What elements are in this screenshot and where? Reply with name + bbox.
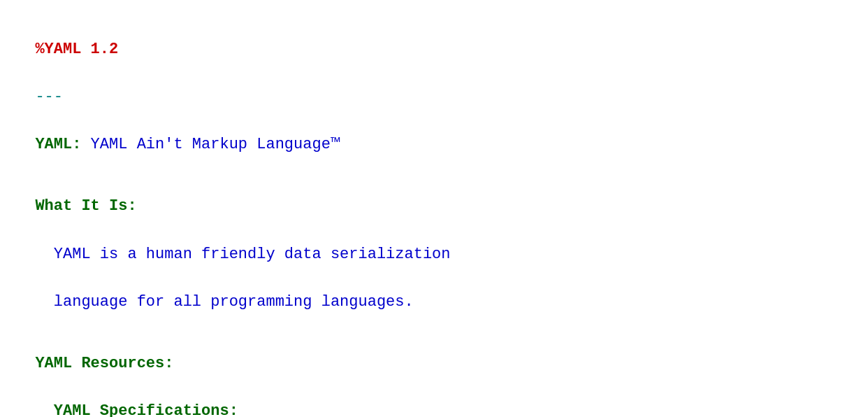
yaml-definition-line: YAML: YAML Ain't Markup Language™ — [17, 109, 851, 157]
yaml-version-text: %YAML 1.2 — [35, 41, 118, 58]
yaml-specifications-label: YAML Specifications: — [35, 402, 238, 417]
what-it-is-text-2: language for all programming languages. — [17, 267, 851, 314]
what-it-is-label: What It Is: — [35, 197, 136, 215]
what-it-is-section: What It Is: — [17, 171, 851, 218]
what-it-is-text-1: YAML is a human friendly data serializat… — [17, 219, 851, 267]
spacer-1 — [17, 157, 851, 171]
spacer-2 — [17, 314, 851, 328]
yaml-value: YAML Ain't Markup Language™ — [81, 136, 340, 153]
yaml-specifications-section: YAML Specifications: — [17, 376, 851, 417]
yaml-key: YAML: — [35, 136, 81, 153]
yaml-resources-label: YAML Resources: — [35, 355, 173, 372]
separator-text: --- — [35, 88, 63, 106]
separator-line: --- — [17, 62, 851, 109]
yaml-resources-section: YAML Resources: — [17, 328, 851, 376]
yaml-version-header: %YAML 1.2 — [17, 14, 851, 62]
